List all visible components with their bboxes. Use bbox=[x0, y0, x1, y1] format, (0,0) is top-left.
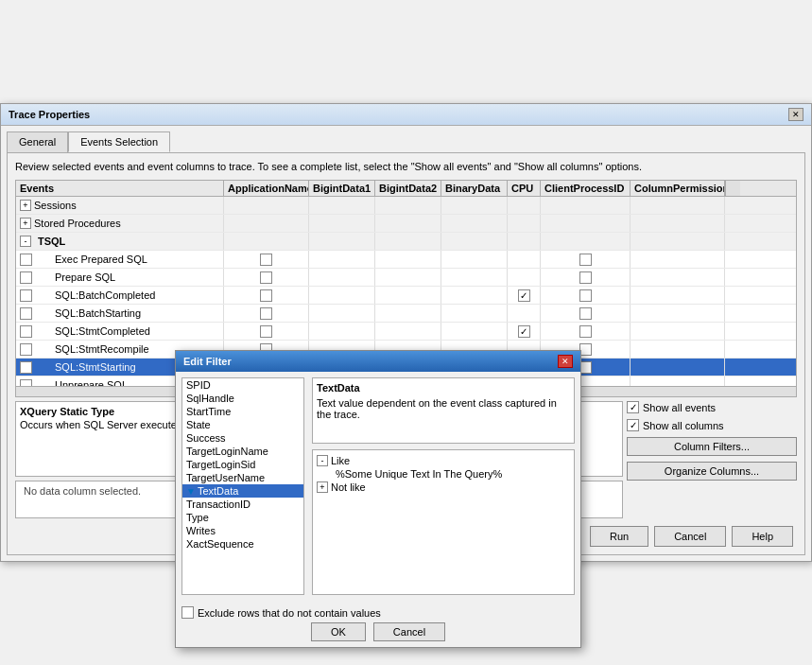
dialog-close-button[interactable]: ✕ bbox=[558, 355, 573, 368]
list-item-success[interactable]: Success bbox=[182, 431, 303, 445]
col-checkbox-cpu[interactable] bbox=[518, 325, 530, 338]
tsql-label: TSQL bbox=[34, 236, 65, 247]
col-checkbox[interactable] bbox=[579, 254, 592, 266]
col-checkbox[interactable] bbox=[579, 271, 592, 284]
col-checkbox[interactable] bbox=[579, 325, 592, 338]
table-row[interactable]: + Sessions bbox=[16, 197, 796, 215]
td-events: SQL:StmtCompleted bbox=[16, 323, 224, 340]
checkbox-exec-prepared-sql[interactable] bbox=[20, 254, 32, 266]
dialog-ok-button[interactable]: OK bbox=[311, 622, 366, 641]
edit-filter-dialog: Edit Filter ✕ SPID SqlHandle StartTime S… bbox=[175, 350, 581, 648]
td-cpu bbox=[508, 305, 541, 322]
th-bigintdata2: BigintData2 bbox=[375, 181, 441, 196]
list-item-textdata[interactable]: ▼ TextData bbox=[182, 484, 303, 498]
col-checkbox-cpu[interactable] bbox=[518, 289, 530, 302]
row-checkbox[interactable] bbox=[20, 343, 33, 356]
show-all-events-checkbox[interactable] bbox=[627, 401, 639, 413]
td-bigintdata1 bbox=[309, 197, 375, 214]
list-item-targetloginname[interactable]: TargetLoginName bbox=[182, 445, 303, 458]
list-item-state[interactable]: State bbox=[182, 418, 303, 431]
row-checkbox[interactable] bbox=[20, 289, 33, 302]
tree-item-not-like[interactable]: + Not like bbox=[317, 481, 570, 494]
list-item-starttime[interactable]: StartTime bbox=[182, 405, 303, 418]
list-item-sqlhandle[interactable]: SqlHandle bbox=[182, 392, 303, 405]
th-events: Events bbox=[16, 181, 224, 196]
like-expand-icon[interactable]: - bbox=[317, 455, 328, 466]
list-item-spid[interactable]: SPID bbox=[182, 378, 303, 392]
tab-bar: General Events Selection bbox=[7, 131, 805, 152]
td-colperm bbox=[631, 305, 725, 322]
row-checkbox[interactable] bbox=[20, 361, 33, 374]
th-appname: ApplicationName bbox=[224, 181, 309, 196]
row-checkbox[interactable] bbox=[20, 307, 33, 320]
run-button[interactable]: Run bbox=[590, 526, 648, 547]
col-checkbox[interactable] bbox=[260, 325, 272, 338]
td-events: SQL:BatchStarting bbox=[16, 305, 224, 322]
help-button[interactable]: Help bbox=[732, 526, 793, 547]
filter-desc-text: Text value dependent on the event class … bbox=[317, 397, 570, 420]
expand-sessions-icon[interactable]: + bbox=[20, 200, 31, 211]
td-clientpid bbox=[541, 305, 631, 322]
show-all-columns-checkbox[interactable] bbox=[627, 419, 639, 431]
table-row[interactable]: Prepare SQL bbox=[16, 269, 796, 287]
list-item-targetusername[interactable]: TargetUserName bbox=[182, 471, 303, 484]
td-events: + Stored Procedures bbox=[16, 215, 224, 232]
exclude-checkbox[interactable] bbox=[181, 606, 194, 619]
no-data-label: No data column selected. bbox=[20, 481, 145, 500]
td-binarydata bbox=[441, 323, 508, 340]
list-item-type[interactable]: Type bbox=[182, 511, 303, 524]
td-cpu bbox=[508, 323, 541, 340]
table-row[interactable]: - TSQL bbox=[16, 233, 796, 251]
col-checkbox[interactable] bbox=[260, 271, 272, 284]
show-all-events-label: Show all events bbox=[643, 402, 716, 413]
row-checkbox[interactable] bbox=[20, 379, 33, 387]
list-item-writes[interactable]: Writes bbox=[182, 524, 303, 537]
checkbox-sqlstmtstarting[interactable] bbox=[20, 361, 32, 374]
list-item-xactsequence[interactable]: XactSequence bbox=[182, 537, 303, 551]
checkbox-sqlbatchcompleted[interactable] bbox=[20, 289, 32, 302]
expand-tsql-icon[interactable]: - bbox=[20, 236, 31, 247]
list-item-targetloginsid[interactable]: TargetLoginSid bbox=[182, 458, 303, 471]
dialog-cancel-button[interactable]: Cancel bbox=[373, 622, 445, 641]
tree-item-like-value[interactable]: %Some Unique Text In The Query% bbox=[317, 467, 570, 481]
row-checkbox[interactable] bbox=[20, 271, 33, 284]
col-checkbox[interactable] bbox=[260, 254, 272, 266]
checkbox-sqlstmtrecompile[interactable] bbox=[20, 343, 32, 356]
td-bigintdata2 bbox=[375, 197, 441, 214]
list-item-transactionid[interactable]: TransactionID bbox=[182, 498, 303, 511]
th-colperm: ColumnPermissions bbox=[631, 181, 725, 196]
table-row[interactable]: SQL:BatchStarting bbox=[16, 305, 796, 323]
td-bigintdata1 bbox=[309, 323, 375, 340]
not-like-expand-icon[interactable]: + bbox=[317, 481, 328, 493]
td-cpu bbox=[508, 251, 541, 268]
checkbox-sqlbatchstarting[interactable] bbox=[20, 307, 32, 320]
tab-general[interactable]: General bbox=[7, 131, 68, 152]
td-appname bbox=[224, 215, 309, 232]
td-events: Exec Prepared SQL bbox=[16, 251, 224, 268]
col-checkbox[interactable] bbox=[260, 289, 272, 302]
table-row[interactable]: SQL:StmtCompleted bbox=[16, 323, 796, 341]
tab-events-selection[interactable]: Events Selection bbox=[68, 131, 170, 152]
checkbox-unpreparesql[interactable] bbox=[20, 379, 32, 387]
checkbox-prepare-sql[interactable] bbox=[20, 271, 32, 284]
col-checkbox[interactable] bbox=[260, 307, 272, 320]
filter-icon: ▼ bbox=[186, 486, 196, 497]
td-appname bbox=[224, 269, 309, 286]
tree-item-like[interactable]: - Like bbox=[317, 454, 570, 467]
col-checkbox[interactable] bbox=[579, 307, 592, 320]
row-checkbox[interactable] bbox=[20, 254, 33, 266]
col-checkbox[interactable] bbox=[579, 289, 592, 302]
table-row[interactable]: + Stored Procedures bbox=[16, 215, 796, 233]
table-row[interactable]: Exec Prepared SQL bbox=[16, 251, 796, 269]
column-filters-button[interactable]: Column Filters... bbox=[627, 437, 797, 456]
expand-storedproc-icon[interactable]: + bbox=[20, 218, 31, 229]
cancel-button[interactable]: Cancel bbox=[654, 526, 726, 547]
td-bigintdata2 bbox=[375, 323, 441, 340]
exclude-label: Exclude rows that do not contain values bbox=[198, 607, 381, 619]
filter-list[interactable]: SPID SqlHandle StartTime State Success T… bbox=[181, 377, 304, 595]
close-button[interactable]: ✕ bbox=[788, 108, 803, 121]
organize-columns-button[interactable]: Organize Columns... bbox=[627, 462, 797, 481]
table-row[interactable]: SQL:BatchCompleted bbox=[16, 287, 796, 305]
row-checkbox[interactable] bbox=[20, 325, 33, 338]
checkbox-sqlstmtcompleted[interactable] bbox=[20, 325, 32, 338]
